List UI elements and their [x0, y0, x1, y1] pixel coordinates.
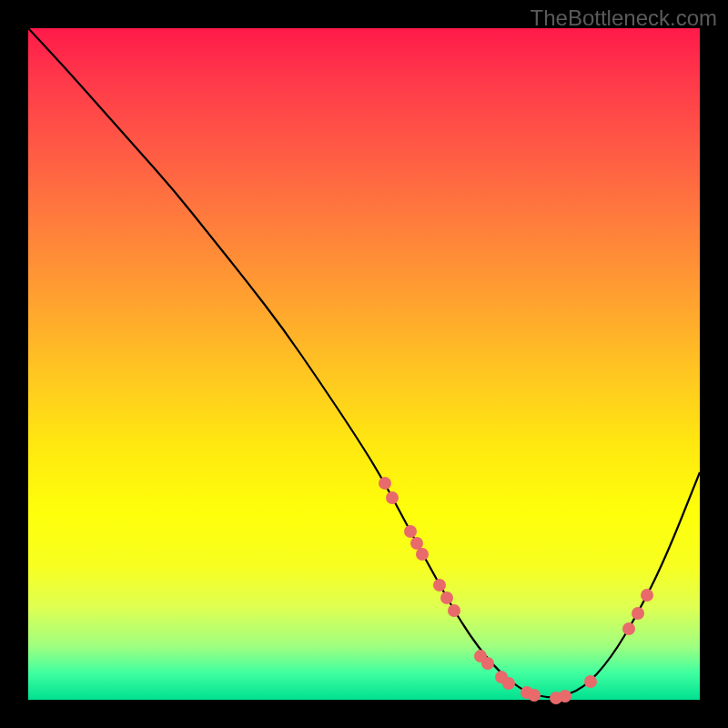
data-marker [641, 589, 653, 602]
data-marker [448, 604, 460, 617]
data-marker [528, 689, 541, 702]
data-marker [622, 622, 635, 635]
bottleneck-curve-line [28, 28, 700, 697]
data-marker [440, 592, 453, 604]
data-marker [410, 537, 423, 550]
data-marker [379, 477, 391, 490]
watermark-text: TheBottleneck.com [531, 5, 717, 31]
data-marker [632, 607, 644, 620]
data-marker [386, 491, 399, 504]
data-marker [433, 579, 446, 592]
data-marker [584, 675, 597, 688]
data-markers [379, 477, 653, 704]
data-marker [416, 548, 429, 561]
bottleneck-chart [28, 28, 700, 700]
data-marker [481, 657, 494, 670]
data-marker [559, 690, 571, 703]
data-marker [502, 677, 515, 690]
data-marker [404, 525, 417, 538]
